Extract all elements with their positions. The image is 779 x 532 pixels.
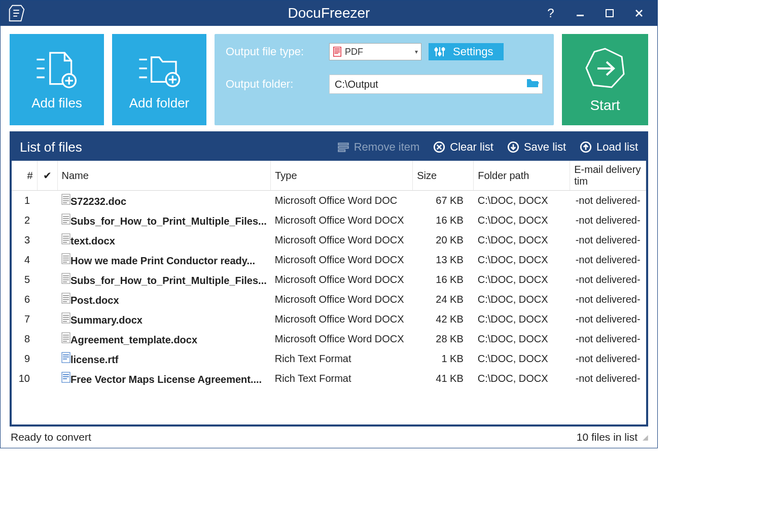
col-folder[interactable]: Folder path — [474, 161, 570, 191]
cell-check[interactable] — [37, 309, 57, 329]
svg-rect-30 — [63, 238, 69, 239]
svg-rect-24 — [63, 216, 69, 217]
svg-rect-56 — [63, 339, 69, 340]
svg-rect-65 — [63, 378, 67, 379]
cell-folder: C:\DOC, DOCX — [474, 309, 570, 329]
cell-type: Microsoft Office Word DOCX — [271, 210, 413, 230]
svg-rect-27 — [63, 222, 67, 223]
toolbar: Add files Add folder Output file type: — [1, 26, 657, 131]
cell-email: -not delivered- — [570, 250, 646, 270]
cell-type: Microsoft Office Word DOCX — [271, 329, 413, 349]
table-row[interactable]: 10Free Vector Maps License Agreement....… — [12, 369, 646, 388]
cell-check[interactable] — [37, 250, 57, 270]
cell-check[interactable] — [37, 369, 57, 388]
maximize-button[interactable] — [603, 6, 617, 20]
cell-type: Rich Text Format — [271, 369, 413, 388]
table-row[interactable]: 9license.rtfRich Text Format1 KBC:\DOC, … — [12, 349, 646, 369]
cell-email: -not delivered- — [570, 191, 646, 211]
cell-check[interactable] — [37, 290, 57, 309]
cell-num: 2 — [12, 210, 37, 230]
save-list-button[interactable]: Save list — [507, 140, 566, 154]
resize-grip-icon[interactable]: ◢ — [643, 433, 647, 441]
svg-rect-1 — [606, 10, 613, 17]
svg-rect-7 — [335, 52, 340, 52]
start-button[interactable]: Start — [562, 34, 648, 125]
output-type-select[interactable]: PDF ▾ — [329, 43, 421, 60]
svg-rect-44 — [63, 295, 69, 296]
close-button[interactable] — [632, 6, 646, 20]
cell-size: 24 KB — [413, 290, 474, 309]
col-check[interactable]: ✔ — [37, 161, 57, 191]
cell-name: Post.docx — [57, 290, 271, 309]
cell-name: Subs_for_How_to_Print_Multiple_Files... — [57, 210, 271, 230]
cell-email: -not delivered- — [570, 270, 646, 290]
pdf-icon — [333, 47, 342, 57]
cell-folder: C:\DOC, DOCX — [474, 230, 570, 250]
cell-size: 1 KB — [413, 349, 474, 369]
cell-name: Agreement_template.docx — [57, 329, 271, 349]
svg-point-10 — [439, 53, 441, 55]
cell-type: Microsoft Office Word DOCX — [271, 309, 413, 329]
cell-check[interactable] — [37, 329, 57, 349]
cell-email: -not delivered- — [570, 230, 646, 250]
output-type-label: Output file type: — [226, 45, 322, 58]
cell-check[interactable] — [37, 210, 57, 230]
col-size[interactable]: Size — [413, 161, 474, 191]
svg-rect-50 — [63, 317, 69, 318]
cell-name: Free Vector Maps License Agreement.... — [57, 369, 271, 388]
svg-rect-64 — [63, 376, 69, 377]
cell-num: 9 — [12, 349, 37, 369]
add-files-button[interactable]: Add files — [10, 34, 104, 125]
cell-email: -not delivered- — [570, 210, 646, 230]
clear-list-button[interactable]: Clear list — [433, 140, 493, 154]
status-left: Ready to convert — [11, 431, 91, 443]
svg-rect-13 — [338, 147, 348, 148]
cell-check[interactable] — [37, 349, 57, 369]
settings-button[interactable]: Settings — [429, 43, 504, 60]
cell-name: How we made Print Conductor ready... — [57, 250, 271, 270]
table-row[interactable]: 1S72232.docMicrosoft Office Word DOC67 K… — [12, 191, 646, 211]
list-title: List of files — [20, 139, 82, 155]
folder-open-icon[interactable] — [526, 77, 539, 91]
svg-rect-32 — [63, 242, 67, 243]
svg-rect-26 — [63, 220, 69, 221]
help-button[interactable]: ? — [544, 6, 558, 20]
list-header: List of files Remove item Clear list — [12, 133, 646, 161]
table-row[interactable]: 5Subs_for_How_to_Print_Multiple_Files...… — [12, 270, 646, 290]
col-num[interactable]: # — [12, 161, 37, 191]
svg-rect-19 — [63, 196, 69, 197]
cell-check[interactable] — [37, 270, 57, 290]
add-files-label: Add files — [31, 95, 82, 111]
table-row[interactable]: 2Subs_for_How_to_Print_Multiple_Files...… — [12, 210, 646, 230]
svg-rect-46 — [63, 299, 69, 300]
cell-type: Microsoft Office Word DOCX — [271, 250, 413, 270]
table-row[interactable]: 7Summary.docxMicrosoft Office Word DOCX4… — [12, 309, 646, 329]
add-folder-button[interactable]: Add folder — [112, 34, 206, 125]
cell-size: 41 KB — [413, 369, 474, 388]
cell-check[interactable] — [37, 191, 57, 211]
load-list-button[interactable]: Load list — [579, 140, 638, 154]
col-type[interactable]: Type — [271, 161, 413, 191]
minimize-button[interactable] — [573, 6, 587, 20]
cell-folder: C:\DOC, DOCX — [474, 349, 570, 369]
table-row[interactable]: 4How we made Print Conductor ready...Mic… — [12, 250, 646, 270]
svg-rect-22 — [63, 202, 67, 203]
output-folder-input[interactable]: C:\Output — [329, 75, 543, 94]
remove-item-button[interactable]: Remove item — [337, 140, 420, 154]
table-row[interactable]: 3text.docxMicrosoft Office Word DOCX20 K… — [12, 230, 646, 250]
col-email[interactable]: E-mail delivery tim — [570, 161, 646, 191]
cell-num: 3 — [12, 230, 37, 250]
cell-folder: C:\DOC, DOCX — [474, 369, 570, 388]
app-window: DocuFreezer ? Add files — [0, 0, 658, 448]
cell-check[interactable] — [37, 230, 57, 250]
svg-rect-25 — [63, 218, 69, 219]
cell-email: -not delivered- — [570, 309, 646, 329]
table-row[interactable]: 8Agreement_template.docxMicrosoft Office… — [12, 329, 646, 349]
cell-name: text.docx — [57, 230, 271, 250]
table-row[interactable]: 6Post.docxMicrosoft Office Word DOCX24 K… — [12, 290, 646, 309]
save-icon — [507, 140, 520, 154]
col-name[interactable]: Name — [57, 161, 271, 191]
svg-rect-20 — [63, 198, 69, 199]
cell-size: 16 KB — [413, 210, 474, 230]
app-logo-icon — [7, 4, 26, 23]
